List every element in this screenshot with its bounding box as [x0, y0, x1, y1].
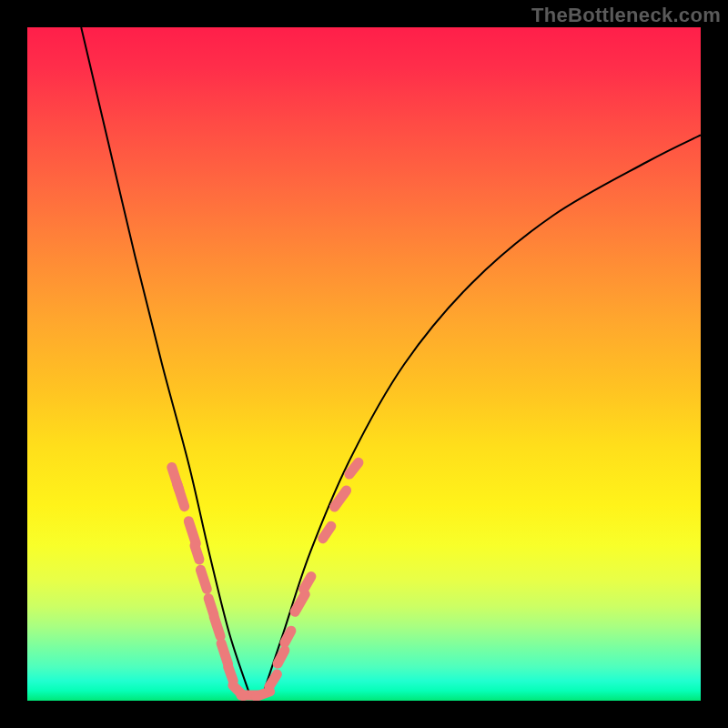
curve-marker [214, 617, 220, 636]
curve-group [81, 27, 701, 694]
curve-marker [256, 692, 269, 697]
curve-marker [177, 484, 185, 507]
curve-marker [349, 462, 359, 474]
curve-marker [335, 490, 347, 507]
curve-marker [304, 576, 311, 589]
curve-marker [188, 521, 196, 544]
plot-area [27, 27, 701, 701]
curve-marker [221, 643, 228, 664]
curve-marker [208, 599, 214, 615]
curve-right-branch [263, 135, 701, 693]
watermark-text: TheBottleneck.com [531, 4, 721, 27]
curve-marker [195, 545, 199, 559]
curve-marker [285, 631, 291, 642]
curve-left-branch [81, 27, 249, 694]
chart-frame: TheBottleneck.com [0, 0, 728, 728]
curve-marker [200, 570, 207, 589]
curve-marker [278, 651, 285, 663]
curve-marker [269, 674, 278, 687]
curve-marker [323, 526, 331, 538]
curve-svg [27, 27, 701, 701]
curve-marker [295, 594, 305, 612]
curve-marker [228, 667, 234, 681]
marker-group [172, 462, 359, 696]
